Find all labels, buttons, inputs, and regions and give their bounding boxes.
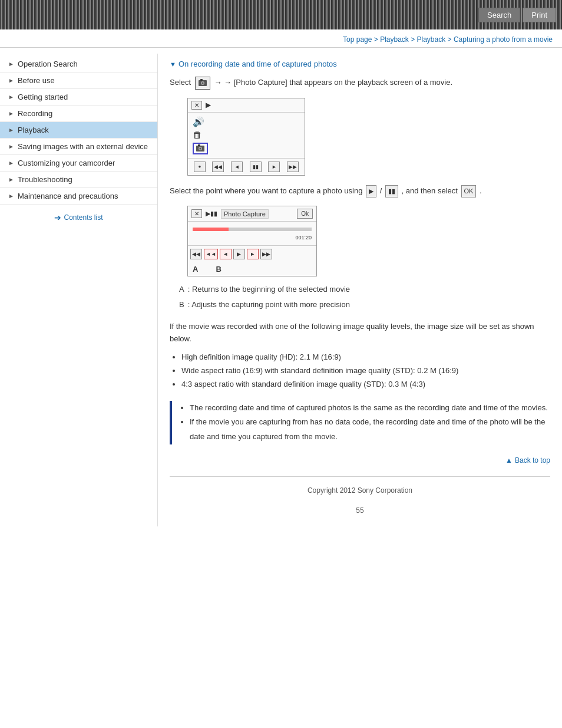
sidebar-item-before-use[interactable]: ► Before use [0, 73, 157, 89]
svg-rect-3 [200, 79, 203, 81]
sidebar-item-label: Getting started [18, 93, 68, 101]
cam2-ctrl-play[interactable]: ▶ [233, 249, 245, 259]
breadcrumb-playback1[interactable]: Playback [380, 35, 409, 44]
intro-text: Select → → [Photo Capture] that appears … [170, 77, 550, 90]
sidebar-item-recording[interactable]: ► Recording [0, 106, 157, 122]
breadcrumb-current: Capturing a photo from a movie [454, 35, 553, 44]
back-to-top: ▲ Back to top [170, 456, 550, 465]
sidebar-item-label: Maintenance and precautions [18, 192, 118, 200]
back-to-top-link[interactable]: ▲ Back to top [505, 456, 550, 465]
intro-select-word: Select [170, 78, 191, 87]
speaker-icon: 🔊 [193, 116, 204, 127]
camera-ui-top-bar: ✕ ▶ [188, 98, 305, 113]
camera-ui-2: ✕ ▶▮▮ Photo Capture Ok 001:20 ◀◀ ◄◄ ◄ ▶ … [187, 206, 317, 276]
ctrl-next-btn[interactable]: ► [268, 162, 280, 172]
cam2-progress-bar [193, 228, 312, 231]
cam2-close-btn[interactable]: ✕ [191, 209, 202, 218]
note-b-text: : Adjusts the capturing point with more … [188, 298, 350, 311]
play-indicator: ▶ [206, 101, 211, 109]
sidebar-item-troubleshooting[interactable]: ► Troubleshooting [0, 172, 157, 188]
cam2-ctrl-next-end[interactable]: ▶▶ [260, 249, 272, 259]
para1: If the movie was recorded with one of th… [170, 321, 550, 345]
note-item-b: B : Adjusts the capturing point with mor… [179, 298, 550, 311]
cam-icon-row-1: 🔊 [193, 116, 300, 127]
back-to-top-label: Back to top [515, 456, 550, 465]
bullet-item-1: High definition image quality (HD): 2.1 … [181, 350, 550, 364]
trash-icon: 🗑 [193, 130, 202, 140]
breadcrumb-sep2: > [409, 35, 417, 44]
sidebar-item-label: Recording [18, 109, 52, 118]
ctrl-prev-start-btn[interactable]: ◀◀ [212, 162, 224, 172]
sidebar-item-saving-images[interactable]: ► Saving images with an external device [0, 139, 157, 155]
sidebar-item-label: Troubleshooting [18, 175, 72, 184]
sidebar-item-customizing[interactable]: ► Customizing your camcorder [0, 155, 157, 172]
photo-capture-icon [195, 77, 210, 90]
ctrl-prev-btn[interactable]: ◄ [231, 162, 243, 172]
note-block: The recording date and time of captured … [170, 401, 550, 444]
bullet-list: High definition image quality (HD): 2.1 … [181, 350, 550, 391]
copyright-text: Copyright 2012 Sony Corporation [308, 486, 412, 495]
svg-point-6 [200, 147, 201, 149]
header-bar: Search Print [0, 0, 562, 29]
section-heading-text: On recording date and time of captured p… [178, 60, 337, 68]
search-button[interactable]: Search [478, 8, 520, 22]
cam2-ok-btn[interactable]: Ok [297, 209, 313, 219]
sidebar-contents: ➔ Contents list [0, 205, 157, 230]
cam2-progress-fill [193, 228, 229, 231]
sidebar-item-label: Customizing your camcorder [18, 159, 115, 167]
note-list: A : Returns to the beginning of the sele… [179, 282, 550, 311]
breadcrumb-sep1: > [372, 35, 380, 44]
contents-arrow-icon: ➔ [54, 213, 61, 222]
main-layout: ► Operation Search ► Before use ► Gettin… [0, 54, 562, 526]
section-heading: ▼ On recording date and time of captured… [170, 60, 550, 68]
cam2-photo-capture-label: Photo Capture [221, 209, 269, 219]
cam2-timecode: 001:20 [193, 235, 312, 241]
sidebar-arrow-icon: ► [8, 143, 14, 150]
sidebar-arrow-icon: ► [8, 94, 14, 100]
contents-list-label: Contents list [64, 213, 103, 222]
ctrl-dot-btn[interactable]: ● [194, 162, 206, 172]
cam2-ctrl-prev-start[interactable]: ◀◀ [190, 249, 202, 259]
cam2-ctrl-slow-rev[interactable]: ◄◄ [204, 249, 218, 259]
pause-ctrl-icon: ▮▮ [385, 185, 398, 198]
sidebar-arrow-icon: ► [8, 193, 14, 199]
breadcrumb-top[interactable]: Top page [343, 35, 372, 44]
sidebar-item-label: Playback [18, 126, 49, 134]
cam2-ab-labels: A B [188, 262, 316, 276]
note-b-label: B [179, 298, 184, 311]
sidebar-arrow-icon: ► [8, 61, 14, 67]
bullet-item-3: 4:3 aspect ratio with standard definitio… [181, 377, 550, 391]
sidebar-item-getting-started[interactable]: ► Getting started [0, 89, 157, 106]
sidebar-arrow-icon: ► [8, 110, 14, 117]
print-button[interactable]: Print [523, 8, 556, 22]
cam2-body: 001:20 [188, 222, 316, 245]
cam-icon-row-2: 🗑 [193, 130, 300, 140]
sidebar-item-playback[interactable]: ► Playback [0, 122, 157, 139]
cam-close-btn[interactable]: ✕ [191, 101, 202, 110]
header-buttons: Search Print [478, 8, 556, 22]
camera-ui-icons: 🔊 🗑 [188, 113, 305, 158]
cam2-ctrl-fwd[interactable]: ► [247, 249, 259, 259]
sidebar-item-maintenance[interactable]: ► Maintenance and precautions [0, 188, 157, 205]
sidebar-arrow-icon: ► [8, 176, 14, 183]
note-item-a: A : Returns to the beginning of the sele… [179, 282, 550, 296]
svg-rect-7 [198, 144, 200, 146]
camera-ui-controls: ● ◀◀ ◄ ▮▮ ► ▶▶ [188, 158, 305, 175]
ctrl-pause-btn[interactable]: ▮▮ [250, 162, 262, 172]
cam2-ctrl-rev[interactable]: ◄ [220, 249, 232, 259]
camera-ui-1: ✕ ▶ 🔊 🗑 [187, 98, 305, 176]
content-area: ▼ On recording date and time of captured… [158, 54, 562, 526]
contents-list-link[interactable]: ➔ Contents list [54, 213, 103, 222]
sidebar-arrow-icon: ► [8, 160, 14, 166]
footer: Copyright 2012 Sony Corporation [170, 476, 550, 500]
photo-capture-icon-highlighted [193, 143, 208, 154]
ctrl-next-end-btn[interactable]: ▶▶ [287, 162, 299, 172]
breadcrumb: Top page > Playback > Playback > Capturi… [0, 29, 562, 48]
bullet-item-2: Wide aspect ratio (16:9) with standard d… [181, 364, 550, 377]
breadcrumb-playback2[interactable]: Playback [417, 35, 446, 44]
sidebar-arrow-icon: ► [8, 77, 14, 84]
sidebar-item-operation-search[interactable]: ► Operation Search [0, 56, 157, 73]
breadcrumb-sep3: > [445, 35, 454, 44]
note-a-label: A [179, 282, 184, 296]
note-block-item-2: If the movie you are capturing from has … [190, 415, 550, 444]
